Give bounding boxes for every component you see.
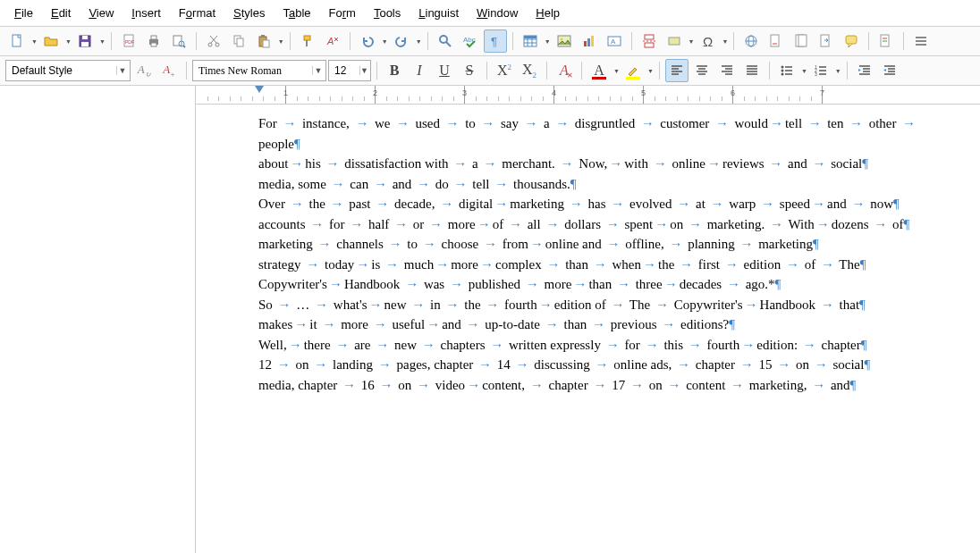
clone-formatting-button[interactable] [296,29,319,53]
new-style-button[interactable]: A+ [157,59,181,82]
undo-button[interactable] [356,29,379,53]
insert-textbox-button[interactable]: A [603,29,626,53]
font-size-input[interactable] [334,64,356,77]
dropdown-arrow-icon[interactable]: ▼ [99,38,106,45]
menu-window[interactable]: Window [469,4,525,22]
menu-linguist[interactable]: Linguist [411,4,466,22]
redo-button[interactable] [390,29,413,53]
dropdown-arrow-icon[interactable]: ▼ [65,38,72,45]
special-char-button[interactable]: Ω [697,29,720,53]
indent-marker-icon[interactable] [255,86,264,93]
paragraph[interactable]: media, some → can → and → do → tell → th… [258,174,917,195]
decrease-indent-button[interactable] [878,59,901,82]
dropdown-arrow-icon[interactable]: ▼ [801,68,807,74]
export-pdf-button[interactable]: PDF [117,29,140,53]
menu-help[interactable]: Help [528,4,567,22]
paragraph[interactable]: Well,→there → are → new → chapters → wri… [258,335,917,356]
menu-styles[interactable]: Styles [226,4,272,22]
dropdown-arrow-icon[interactable]: ▼ [689,38,695,45]
paste-button[interactable] [252,29,275,53]
align-right-button[interactable] [715,59,739,82]
save-button[interactable] [73,29,97,53]
font-size-combo[interactable]: ▼ [328,60,371,81]
bold-button[interactable]: B [383,59,406,82]
insert-image-button[interactable] [553,29,576,53]
font-name-input[interactable] [199,64,308,78]
insert-table-button[interactable] [519,29,542,53]
paragraph[interactable]: marketing → channels → to → choose → fro… [258,234,917,255]
paragraph[interactable]: strategy → today→is → much→more→complex … [258,255,917,275]
dropdown-arrow-icon[interactable]: ▼ [359,66,368,75]
underline-button[interactable]: U [433,59,456,82]
menu-tools[interactable]: Tools [367,4,408,22]
track-changes-button[interactable] [874,29,898,53]
cross-ref-button[interactable] [815,29,838,53]
paragraph[interactable]: about→his → dissatisfaction with → a → m… [258,154,917,174]
bookmark-button[interactable] [790,29,813,53]
paragraph[interactable]: Copywriter's→Handbook → was → published … [258,274,917,295]
paragraph[interactable]: makes→it → more → useful→and → up-to-dat… [258,314,917,335]
print-preview-button[interactable] [167,29,190,53]
font-color-button[interactable]: A [587,59,611,82]
copy-button[interactable] [227,29,250,53]
footnote-button[interactable] [765,29,788,53]
dropdown-arrow-icon[interactable]: ▼ [835,68,841,74]
formatting-marks-button[interactable]: ¶ [484,29,507,53]
document-area[interactable]: 1234567 For → instance, → we → used → to… [196,86,980,553]
paragraph[interactable]: media, chapter → 16 → on → video→content… [258,375,917,396]
menu-insert[interactable]: Insert [124,4,168,22]
paragraph-style-input[interactable] [12,64,113,77]
update-style-button[interactable]: A↻ [132,59,156,82]
highlight-button[interactable] [621,59,645,82]
clear-format-button[interactable]: A✕ [553,59,576,82]
subscript-button[interactable]: X2 [518,59,541,82]
dropdown-arrow-icon[interactable]: ▼ [31,38,38,45]
italic-button[interactable]: I [408,59,431,82]
menu-view[interactable]: View [81,4,121,22]
hyperlink-button[interactable] [739,29,763,53]
dropdown-arrow-icon[interactable]: ▼ [545,38,551,45]
paragraph[interactable]: So → … → what's→new → in → the → fourth→… [258,295,917,315]
paragraph-style-combo[interactable]: ▼ [5,60,131,81]
dropdown-arrow-icon[interactable]: ▼ [613,68,620,74]
dropdown-arrow-icon[interactable]: ▼ [116,66,128,75]
menu-format[interactable]: Format [172,4,223,22]
insert-field-button[interactable] [663,29,686,53]
menu-file[interactable]: File [7,4,40,22]
align-justify-button[interactable] [740,59,764,82]
open-button[interactable] [39,29,63,53]
bullet-list-button[interactable] [775,59,798,82]
align-center-button[interactable] [690,59,714,82]
dropdown-arrow-icon[interactable]: ▼ [312,66,324,75]
dropdown-arrow-icon[interactable]: ▼ [278,38,284,45]
insert-chart-button[interactable] [578,29,601,53]
font-name-combo[interactable]: ▼ [192,60,326,81]
comment-button[interactable] [840,29,863,53]
menu-edit[interactable]: Edit [44,4,78,22]
numbered-list-button[interactable]: 123 [809,59,832,82]
strikethrough-button[interactable]: S [458,59,481,82]
dropdown-arrow-icon[interactable]: ▼ [647,68,654,74]
document-page[interactable]: For → instance, → we → used → to → say →… [196,105,980,404]
find-replace-button[interactable] [434,29,457,53]
show-draw-button[interactable] [909,29,933,53]
superscript-button[interactable]: X2 [493,59,516,82]
paragraph[interactable]: For → instance, → we → used → to → say →… [258,113,917,154]
paragraph[interactable]: Over → the → past → decade, → digital→ma… [258,194,917,214]
horizontal-ruler[interactable]: 1234567 [196,86,980,105]
paragraph[interactable]: 12 → on → landing → pages, chapter → 14 … [258,355,917,375]
menu-form[interactable]: Form [322,4,363,22]
dropdown-arrow-icon[interactable]: ▼ [382,38,388,45]
menu-table[interactable]: Table [275,4,317,22]
cut-button[interactable] [202,29,225,53]
dropdown-arrow-icon[interactable]: ▼ [416,38,422,45]
page-break-button[interactable] [638,29,661,53]
spellcheck-button[interactable]: Abc [459,29,482,53]
print-button[interactable] [142,29,165,53]
align-left-button[interactable] [665,59,689,82]
paragraph[interactable]: accounts → for → half → or → more→of → a… [258,214,917,235]
increase-indent-button[interactable] [853,59,876,82]
clear-formatting-button[interactable]: A [321,29,344,53]
new-doc-button[interactable] [5,29,29,53]
dropdown-arrow-icon[interactable]: ▼ [722,38,729,45]
